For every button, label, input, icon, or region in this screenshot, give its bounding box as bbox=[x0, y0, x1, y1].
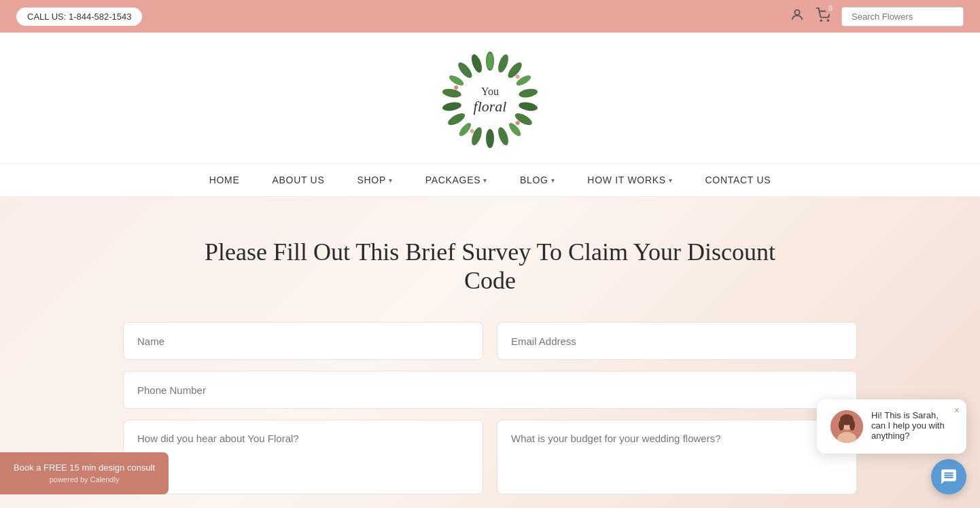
book-consult-button[interactable]: Book a FREE 15 min design consult powere… bbox=[0, 452, 169, 494]
svg-point-1 bbox=[820, 20, 822, 21]
nav-home[interactable]: HOME bbox=[209, 175, 240, 185]
svg-point-7 bbox=[506, 60, 524, 80]
svg-point-22 bbox=[470, 53, 484, 73]
survey-title: Please Fill Out This Brief Survey To Cla… bbox=[184, 238, 796, 295]
svg-text:You: You bbox=[481, 86, 499, 97]
nav-how-it-works[interactable]: HOW IT WORKS ▾ bbox=[587, 175, 672, 185]
chat-message: Hi! This is Sarah, can I help you with a… bbox=[871, 410, 953, 441]
search-input[interactable] bbox=[841, 7, 964, 26]
nav-bar: HOME ABOUT US SHOP ▾ PACKAGES ▾ BLOG ▾ H… bbox=[0, 163, 980, 197]
chat-open-button[interactable] bbox=[931, 459, 966, 494]
cart-badge: 0 bbox=[825, 3, 836, 14]
survey-form bbox=[123, 322, 857, 505]
hear-about-field[interactable] bbox=[123, 420, 483, 494]
call-label[interactable]: CALL US: 1-844-582-1543 bbox=[16, 7, 142, 26]
nav-blog[interactable]: BLOG ▾ bbox=[520, 175, 555, 185]
svg-point-9 bbox=[518, 88, 538, 99]
svg-point-4 bbox=[487, 53, 493, 69]
svg-point-0 bbox=[794, 10, 799, 14]
svg-point-26 bbox=[453, 85, 459, 90]
svg-point-16 bbox=[457, 121, 473, 138]
svg-point-21 bbox=[456, 60, 474, 80]
book-consult-powered: powered by Calendly bbox=[14, 475, 155, 485]
svg-point-19 bbox=[442, 88, 462, 99]
chat-close-icon[interactable]: × bbox=[954, 405, 960, 416]
form-row-2 bbox=[123, 371, 857, 409]
nav-packages[interactable]: PACKAGES ▾ bbox=[425, 175, 487, 185]
svg-point-14 bbox=[486, 129, 494, 148]
svg-point-35 bbox=[850, 420, 855, 431]
email-field[interactable] bbox=[497, 322, 857, 360]
chat-bubble: Hi! This is Sarah, can I help you with a… bbox=[817, 399, 966, 454]
book-consult-label: Book a FREE 15 min design consult bbox=[14, 462, 155, 474]
how-it-works-chevron-icon: ▾ bbox=[669, 177, 673, 184]
logo-area: You floral bbox=[0, 33, 980, 163]
svg-point-12 bbox=[507, 121, 523, 138]
nav-contact-us[interactable]: CONTACT US bbox=[705, 175, 771, 185]
account-icon[interactable] bbox=[790, 7, 805, 26]
chat-avatar bbox=[830, 410, 863, 443]
nav-about-us[interactable]: ABOUT US bbox=[273, 175, 325, 185]
nav-shop[interactable]: SHOP ▾ bbox=[357, 175, 392, 185]
svg-point-20 bbox=[448, 73, 466, 88]
svg-point-11 bbox=[513, 111, 533, 127]
svg-point-34 bbox=[839, 420, 844, 431]
top-bar: CALL US: 1-844-582-1543 0 bbox=[0, 0, 980, 33]
chat-widget: Hi! This is Sarah, can I help you with a… bbox=[817, 399, 966, 494]
blog-chevron-icon: ▾ bbox=[551, 177, 555, 184]
svg-point-10 bbox=[518, 101, 538, 113]
svg-point-2 bbox=[827, 20, 828, 21]
svg-point-13 bbox=[496, 126, 510, 146]
budget-field[interactable] bbox=[497, 420, 857, 494]
cart-icon[interactable]: 0 bbox=[816, 7, 830, 26]
logo-wreath[interactable]: You floral bbox=[439, 49, 541, 151]
svg-text:floral: floral bbox=[474, 98, 507, 115]
shop-chevron-icon: ▾ bbox=[389, 177, 393, 184]
name-field[interactable] bbox=[123, 322, 483, 360]
form-row-3 bbox=[123, 420, 857, 494]
form-row-1 bbox=[123, 322, 857, 360]
svg-point-5 bbox=[496, 53, 510, 73]
phone-field[interactable] bbox=[123, 371, 857, 409]
packages-chevron-icon: ▾ bbox=[483, 177, 487, 184]
svg-point-17 bbox=[447, 111, 467, 127]
top-bar-right: 0 bbox=[790, 7, 964, 26]
svg-point-18 bbox=[442, 101, 462, 113]
